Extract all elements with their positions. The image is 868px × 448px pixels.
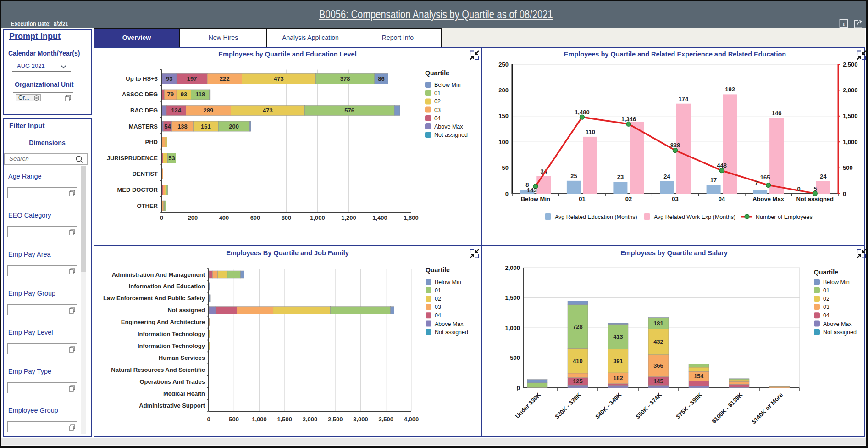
svg-text:23: 23 xyxy=(617,174,624,180)
svg-text:25: 25 xyxy=(570,173,577,179)
svg-text:03: 03 xyxy=(434,107,441,113)
svg-text:i: i xyxy=(843,20,845,27)
svg-text:200: 200 xyxy=(188,214,198,221)
svg-text:200: 200 xyxy=(229,123,239,130)
svg-text:143: 143 xyxy=(527,187,537,194)
svg-text:17: 17 xyxy=(710,177,717,184)
svg-text:Above Max: Above Max xyxy=(752,196,784,202)
svg-text:600: 600 xyxy=(250,214,260,221)
svg-text:01: 01 xyxy=(434,90,441,96)
svg-text:79: 79 xyxy=(167,91,173,98)
svg-text:800: 800 xyxy=(282,214,292,221)
svg-text:165: 165 xyxy=(760,174,770,181)
svg-text:0: 0 xyxy=(505,190,509,197)
svg-text:04: 04 xyxy=(823,312,829,319)
svg-text:2,000: 2,000 xyxy=(303,416,318,423)
svg-text:174: 174 xyxy=(679,95,689,102)
svg-text:125: 125 xyxy=(573,378,583,385)
svg-text:Not assigned: Not assigned xyxy=(435,329,468,336)
svg-text:86: 86 xyxy=(378,75,384,82)
svg-text:192: 192 xyxy=(725,86,735,93)
svg-text:53: 53 xyxy=(168,155,175,162)
svg-text:500: 500 xyxy=(510,354,520,361)
svg-text:Administrative Support: Administrative Support xyxy=(139,402,205,409)
svg-text:03: 03 xyxy=(823,304,829,310)
svg-text:01: 01 xyxy=(579,196,585,202)
svg-text:448: 448 xyxy=(717,162,727,169)
svg-text:Medical Health: Medical Health xyxy=(163,390,205,397)
svg-text:1,500: 1,500 xyxy=(277,416,293,423)
svg-text:222: 222 xyxy=(220,75,230,82)
svg-text:2,000: 2,000 xyxy=(505,264,520,271)
svg-text:Information Technology: Information Technology xyxy=(138,342,205,349)
svg-text:Up to HS+3: Up to HS+3 xyxy=(126,75,158,82)
svg-text:04: 04 xyxy=(434,115,441,122)
svg-text:Not assigned: Not assigned xyxy=(434,132,468,138)
svg-text:Number of Employees: Number of Employees xyxy=(756,214,813,220)
svg-text:124: 124 xyxy=(171,107,181,114)
svg-text:2,000: 2,000 xyxy=(843,87,858,94)
svg-text:ASSOC DEG: ASSOC DEG xyxy=(122,91,158,98)
svg-text:1,480: 1,480 xyxy=(575,109,590,116)
svg-text:Employees by Quartile and Sala: Employees by Quartile and Salary xyxy=(620,249,728,257)
svg-text:MED DOCTOR: MED DOCTOR xyxy=(117,186,158,193)
svg-text:118: 118 xyxy=(195,91,205,98)
svg-text:Under $30K: Under $30K xyxy=(514,391,542,420)
svg-text:3,000: 3,000 xyxy=(353,416,368,423)
svg-text:$75K - $99K: $75K - $99K xyxy=(674,391,703,420)
svg-text:02: 02 xyxy=(434,98,441,105)
svg-text:138: 138 xyxy=(177,123,188,130)
svg-text:1,200: 1,200 xyxy=(341,214,356,221)
svg-text:93: 93 xyxy=(181,91,187,98)
svg-text:1,500: 1,500 xyxy=(843,112,858,119)
svg-text:0: 0 xyxy=(797,185,801,192)
svg-text:473: 473 xyxy=(263,107,273,114)
svg-text:MASTERS: MASTERS xyxy=(128,123,158,130)
svg-text:Employees By Quartile and Job: Employees By Quartile and Job Family xyxy=(226,249,349,257)
svg-text:Above Max: Above Max xyxy=(435,321,464,327)
svg-text:Quartile: Quartile xyxy=(425,69,449,77)
svg-text:473: 473 xyxy=(274,75,284,82)
svg-text:Engineering And Architecture: Engineering And Architecture xyxy=(121,319,205,325)
svg-text:01: 01 xyxy=(823,287,829,294)
svg-text:145: 145 xyxy=(653,378,663,385)
svg-text:500: 500 xyxy=(843,164,853,171)
svg-text:197: 197 xyxy=(187,75,197,82)
svg-text:Law Enforcement And Public Saf: Law Enforcement And Public Safety xyxy=(103,295,205,302)
svg-text:24: 24 xyxy=(820,173,827,180)
svg-text:3,500: 3,500 xyxy=(379,416,394,423)
svg-text:7: 7 xyxy=(755,179,758,186)
svg-text:$30K - $39K: $30K - $39K xyxy=(553,391,582,420)
svg-text:Avg Related Work Exp (Months): Avg Related Work Exp (Months) xyxy=(654,214,735,220)
svg-text:Below Min: Below Min xyxy=(434,82,461,88)
svg-text:54: 54 xyxy=(164,123,171,130)
svg-text:728: 728 xyxy=(573,323,583,330)
svg-text:Employees by Quartile and Educ: Employees by Quartile and Education Leve… xyxy=(218,50,356,58)
svg-text:154: 154 xyxy=(694,373,704,380)
svg-text:02: 02 xyxy=(823,296,829,302)
svg-text:$140K or More: $140K or More xyxy=(750,392,784,426)
svg-text:1,000: 1,000 xyxy=(310,214,325,221)
svg-text:500: 500 xyxy=(229,416,239,423)
svg-text:Not assigned: Not assigned xyxy=(823,329,857,336)
svg-text:576: 576 xyxy=(344,107,354,114)
svg-text:400: 400 xyxy=(219,214,229,221)
svg-text:2,500: 2,500 xyxy=(328,416,343,423)
svg-text:Operations And Trades: Operations And Trades xyxy=(139,378,205,385)
svg-text:182: 182 xyxy=(613,375,623,381)
svg-text:04: 04 xyxy=(435,312,441,319)
svg-text:1,000: 1,000 xyxy=(505,325,520,331)
svg-text:$100K - $139K: $100K - $139K xyxy=(710,391,744,425)
svg-text:5: 5 xyxy=(814,185,817,192)
svg-text:Information Technology: Information Technology xyxy=(138,330,205,337)
svg-text:$50K - $74K: $50K - $74K xyxy=(634,391,663,420)
svg-text:146: 146 xyxy=(772,110,782,117)
svg-text:Employees by Quartile and Rela: Employees by Quartile and Related Experi… xyxy=(564,50,786,58)
svg-text:Administration And Management: Administration And Management xyxy=(112,271,205,278)
svg-text:Quartile: Quartile xyxy=(426,266,450,274)
svg-text:PHD: PHD xyxy=(145,139,158,146)
svg-text:100: 100 xyxy=(498,139,509,146)
svg-text:Below Min: Below Min xyxy=(435,279,461,286)
svg-text:289: 289 xyxy=(203,107,213,114)
svg-text:Not assigned: Not assigned xyxy=(167,307,205,314)
